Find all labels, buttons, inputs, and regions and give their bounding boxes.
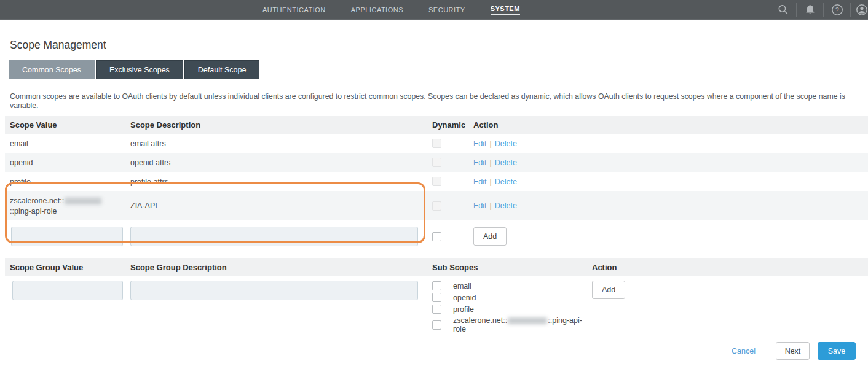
delete-link[interactable]: Delete xyxy=(495,139,517,148)
account-icon[interactable] xyxy=(851,0,868,20)
edit-link[interactable]: Edit xyxy=(473,158,487,167)
add-scope-group-row: email openid profile zscalerone.net xyxy=(5,276,868,333)
redacted-text xyxy=(65,198,101,204)
main-menu: AUTHENTICATION APPLICATIONS SECURITY SYS… xyxy=(262,0,520,20)
add-scope-button[interactable]: Add xyxy=(473,227,507,246)
action-separator: | xyxy=(490,158,492,167)
sub-scope-profile-checkbox[interactable] xyxy=(432,305,441,314)
edit-link[interactable]: Edit xyxy=(473,177,487,186)
table-row-profile: profile profile attrs Edit | Delete xyxy=(5,172,868,191)
scope-value-suffix: ::ping-api-role xyxy=(10,207,57,216)
next-button[interactable]: Next xyxy=(776,342,810,360)
sub-scope-email-checkbox[interactable] xyxy=(432,281,441,290)
header-scope-value: Scope Value xyxy=(5,116,130,134)
page-description: Common scopes are available to OAuth cli… xyxy=(10,92,858,111)
sub-scope-openid: openid xyxy=(432,293,592,302)
header-action: Action xyxy=(473,116,868,134)
tab-default-scope[interactable]: Default Scope xyxy=(184,60,260,79)
add-scope-group-button[interactable]: Add xyxy=(592,281,625,299)
header-scope-description: Scope Description xyxy=(130,116,430,134)
new-scope-value-input[interactable] xyxy=(11,227,123,246)
cancel-link[interactable]: Cancel xyxy=(732,347,756,355)
sub-scope-email: email xyxy=(432,281,592,290)
sub-scope-label: zscalerone.net::::ping-api-role xyxy=(453,316,592,333)
delete-link[interactable]: Delete xyxy=(495,158,517,167)
header-group-action: Action xyxy=(592,258,868,276)
sub-scope-openid-checkbox[interactable] xyxy=(432,293,441,302)
common-scopes-table: Scope Value Scope Description Dynamic Ac… xyxy=(5,116,868,252)
scope-groups-header: Scope Group Value Scope Group Descriptio… xyxy=(5,258,868,276)
dynamic-checkbox xyxy=(432,201,441,211)
scope-tabs: Common Scopes Exclusive Scopes Default S… xyxy=(9,60,868,79)
sub-scope-profile: profile xyxy=(432,305,592,314)
row-actions: Edit | Delete xyxy=(473,191,868,220)
header-scope-group-description: Scope Group Description xyxy=(130,258,430,276)
new-scope-dynamic-checkbox[interactable] xyxy=(432,232,441,241)
action-separator: | xyxy=(490,201,492,210)
dynamic-checkbox xyxy=(432,177,441,186)
action-separator: | xyxy=(490,139,492,148)
header-dynamic: Dynamic xyxy=(430,116,473,134)
row-actions: Edit | Delete xyxy=(473,134,868,153)
scope-value: zscalerone.net::::ping-api-role xyxy=(5,191,130,220)
scope-management-page: AUTHENTICATION APPLICATIONS SECURITY SYS… xyxy=(0,0,868,369)
help-icon[interactable]: ? xyxy=(824,0,850,20)
nav-item-system[interactable]: SYSTEM xyxy=(491,5,520,15)
sub-scope-label: openid xyxy=(453,293,476,302)
save-button[interactable]: Save xyxy=(818,342,856,360)
delete-link[interactable]: Delete xyxy=(495,201,517,210)
add-scope-row: Add xyxy=(5,220,868,252)
footer-actions: Cancel Next Save xyxy=(732,342,856,360)
dynamic-checkbox xyxy=(432,139,441,148)
scope-description: profile attrs xyxy=(130,172,430,191)
scope-value: openid xyxy=(5,153,130,172)
navbar-icons: ? xyxy=(770,0,868,20)
sub-scope-label: email xyxy=(453,282,471,290)
table-row-openid: openid openid attrs Edit | Delete xyxy=(5,153,868,172)
nav-item-authentication[interactable]: AUTHENTICATION xyxy=(262,6,326,14)
scope-value-prefix: zscalerone.net:: xyxy=(10,196,64,205)
row-actions: Edit | Delete xyxy=(473,153,868,172)
content-area: Scope Management Common Scopes Exclusive… xyxy=(0,39,868,333)
sub-scope-label: profile xyxy=(453,305,474,314)
scope-description: openid attrs xyxy=(130,153,430,172)
dynamic-checkbox xyxy=(432,158,441,167)
sub-scope-zscalerone-checkbox[interactable] xyxy=(432,320,441,330)
action-separator: | xyxy=(490,177,492,186)
scope-group-description-input[interactable] xyxy=(130,281,418,300)
delete-link[interactable]: Delete xyxy=(495,177,517,186)
scopes-table-header: Scope Value Scope Description Dynamic Ac… xyxy=(5,116,868,134)
table-row-email: email email attrs Edit | Delete xyxy=(5,134,868,153)
nav-item-security[interactable]: SECURITY xyxy=(428,6,465,14)
top-navbar: AUTHENTICATION APPLICATIONS SECURITY SYS… xyxy=(0,0,868,20)
sub-scope-zscalerone-ping-api-role: zscalerone.net::::ping-api-role xyxy=(432,316,592,333)
nav-item-applications[interactable]: APPLICATIONS xyxy=(351,6,403,14)
scope-value: profile xyxy=(5,172,130,191)
table-row-zscalerone-ping-api-role: zscalerone.net::::ping-api-role ZIA-API … xyxy=(5,191,868,220)
redacted-text xyxy=(508,317,547,324)
scope-groups-table: Scope Group Value Scope Group Descriptio… xyxy=(5,258,868,333)
tab-common-scopes[interactable]: Common Scopes xyxy=(9,60,95,79)
edit-link[interactable]: Edit xyxy=(473,201,487,210)
scope-group-value-input[interactable] xyxy=(12,281,123,300)
header-sub-scopes: Sub Scopes xyxy=(430,258,592,276)
scope-description: email attrs xyxy=(130,134,430,153)
sub-scopes-list: email openid profile zscalerone.net xyxy=(432,281,592,333)
svg-text:?: ? xyxy=(835,6,839,14)
tab-exclusive-scopes[interactable]: Exclusive Scopes xyxy=(96,60,183,79)
notifications-bell-icon[interactable] xyxy=(797,0,823,20)
header-scope-group-value: Scope Group Value xyxy=(5,258,130,276)
new-scope-description-input[interactable] xyxy=(130,227,418,246)
page-title: Scope Management xyxy=(10,39,868,52)
edit-link[interactable]: Edit xyxy=(473,139,487,148)
search-icon[interactable] xyxy=(770,0,796,20)
row-actions: Edit | Delete xyxy=(473,172,868,191)
scope-description: ZIA-API xyxy=(130,191,430,220)
scope-value: email xyxy=(5,134,130,153)
